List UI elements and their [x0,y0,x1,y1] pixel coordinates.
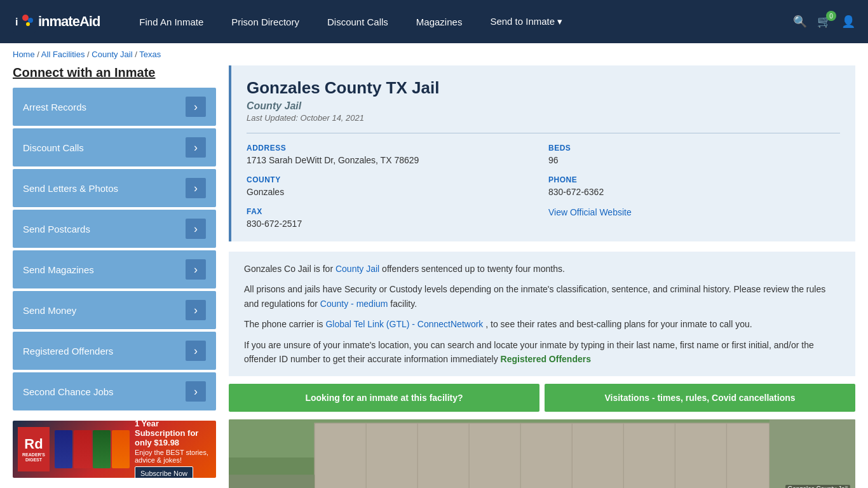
svg-point-4 [26,22,30,26]
facility-name: Gonzales County TX Jail [247,78,840,98]
fax-value: 830-672-2517 [247,219,538,229]
website-link[interactable]: View Official Website [548,207,632,217]
sidebar-menu: Arrest Records › Discount Calls › Send L… [13,88,216,410]
navbar: i inmateAid Find An Inmate Prison Direct… [0,0,868,43]
ad-logo: Rd READER'S DIGEST [18,427,50,471]
info-section: Gonzales Co Jail is for County Jail offe… [229,252,855,376]
chevron-icon: › [186,341,206,361]
registered-offenders-link[interactable]: Registered Offenders [501,354,591,364]
breadcrumb-state[interactable]: Texas [139,50,161,59]
facility-updated: Last Updated: October 14, 2021 [247,113,840,123]
info-para-3: The phone carrier is Global Tel Link (GT… [244,317,840,331]
chevron-icon: › [186,219,206,239]
looking-for-inmate-button[interactable]: Looking for an inmate at this facility? [229,384,539,412]
sidebar-item-send-postcards[interactable]: Send Postcards › [13,210,216,248]
sidebar-title: Connect with an Inmate [13,65,216,80]
svg-point-2 [22,15,29,21]
beds-label: BEDS [548,144,840,152]
breadcrumb-all-facilities[interactable]: All Facilities [41,50,85,59]
nav-prison-directory[interactable]: Prison Directory [217,0,313,43]
content: Gonzales County TX Jail County Jail Last… [229,65,855,488]
facility-card: Gonzales County TX Jail County Jail Last… [229,65,855,241]
county-block: COUNTY Gonzales [247,175,538,197]
website-block: View Official Website [548,207,840,229]
ad-price: 1 Year Subscription for only $19.98 [135,421,211,447]
info-para-2: All prisons and jails have Security or C… [244,282,840,311]
chevron-icon: › [186,259,206,280]
sidebar: Connect with an Inmate Arrest Records › … [13,65,216,488]
county-value: Gonzales [247,187,538,197]
svg-rect-7 [315,423,770,488]
phone-value: 830-672-6362 [548,187,840,197]
sidebar-ad: Rd READER'S DIGEST 1 Year Subscription f… [13,421,216,478]
svg-rect-17 [229,475,315,488]
svg-point-3 [28,18,33,23]
sidebar-item-discount-calls[interactable]: Discount Calls › [13,128,216,166]
chevron-icon: › [186,381,206,402]
breadcrumb: Home / All Facilities / County Jail / Te… [0,43,868,65]
logo-text: inmateAid [38,13,100,30]
info-para-4: If you are unsure of your inmate's locat… [244,338,840,367]
ad-books [55,430,130,468]
sidebar-item-second-chance-jobs[interactable]: Second Chance Jobs › [13,372,216,410]
phone-block: PHONE 830-672-6362 [548,175,840,197]
chevron-icon: › [186,300,206,320]
user-button[interactable]: 👤 [841,15,855,29]
beds-value: 96 [548,155,840,165]
county-medium-link[interactable]: County - medium [320,299,388,309]
sidebar-item-registered-offenders[interactable]: Registered Offenders › [13,332,216,370]
send-to-inmate-label: Send to Inmate ▾ [490,16,562,27]
visitations-button[interactable]: Visitations - times, rules, Covid cancel… [545,384,855,412]
chevron-icon: › [186,137,206,158]
nav-send-to-inmate[interactable]: Send to Inmate ▾ [476,0,576,43]
nav-discount-calls[interactable]: Discount Calls [313,0,402,43]
beds-block: BEDS 96 [548,144,840,165]
fax-block: FAX 830-672-2517 [247,207,538,229]
sidebar-item-send-magazines[interactable]: Send Magazines › [13,250,216,288]
nav-right: 🔍 🛒 0 👤 [793,15,855,29]
nav-links: Find An Inmate Prison Directory Discount… [125,0,793,43]
facility-details: ADDRESS 1713 Sarah DeWitt Dr, Gonzales, … [247,133,840,229]
phone-label: PHONE [548,175,840,184]
breadcrumb-county-jail[interactable]: County Jail [92,50,132,59]
address-block: ADDRESS 1713 Sarah DeWitt Dr, Gonzales, … [247,144,538,165]
sidebar-item-send-money[interactable]: Send Money › [13,291,216,329]
facility-type: County Jail [247,100,840,112]
ad-subscribe-button[interactable]: Subscribe Now [135,466,193,478]
sidebar-item-send-letters[interactable]: Send Letters & Photos › [13,169,216,207]
county-jail-link[interactable]: County Jail [336,264,379,274]
search-button[interactable]: 🔍 [793,15,807,29]
sidebar-item-arrest-records[interactable]: Arrest Records › [13,88,216,126]
address-label: ADDRESS [247,144,538,152]
breadcrumb-home[interactable]: Home [13,50,35,59]
logo[interactable]: i inmateAid [13,10,100,33]
address-value: 1713 Sarah DeWitt Dr, Gonzales, TX 78629 [247,155,538,165]
action-buttons: Looking for an inmate at this facility? … [229,384,855,412]
aerial-caption: Gonzales County Jail [785,485,851,488]
gtl-link[interactable]: Global Tel Link (GTL) - ConnectNetwork [325,319,483,329]
county-label: COUNTY [247,175,538,184]
chevron-icon: › [186,97,206,117]
cart-badge: 0 [826,11,836,21]
ad-subtext: Enjoy the BEST stories, advice & jokes! [135,449,211,464]
svg-text:i: i [15,17,18,27]
fax-label: FAX [247,207,538,216]
cart-button[interactable]: 🛒 0 [817,15,831,29]
info-para-1: Gonzales Co Jail is for County Jail offe… [244,262,840,276]
main-layout: Connect with an Inmate Arrest Records › … [0,65,868,488]
aerial-image: Gonzales County Jail [229,419,855,488]
svg-rect-18 [770,419,855,488]
nav-magazines[interactable]: Magazines [402,0,477,43]
chevron-icon: › [186,178,206,198]
ad-text: 1 Year Subscription for only $19.98 Enjo… [135,421,211,478]
nav-find-inmate[interactable]: Find An Inmate [125,0,217,43]
